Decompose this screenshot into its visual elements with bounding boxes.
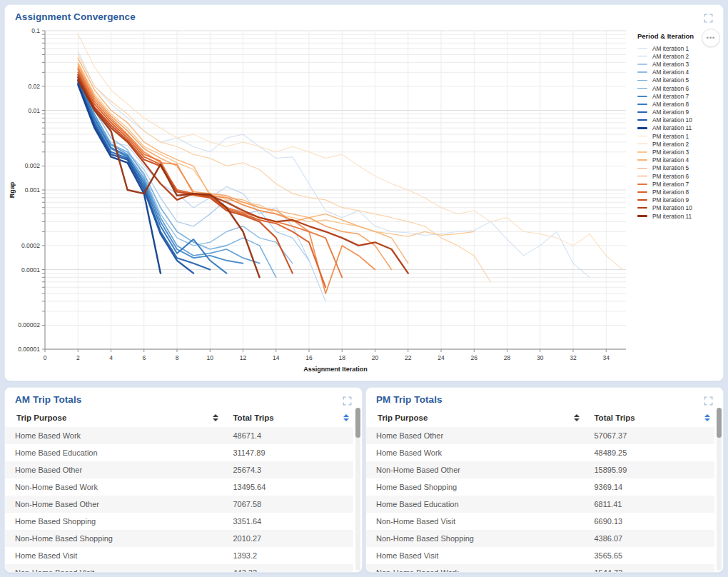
svg-text:30: 30 — [537, 354, 544, 361]
svg-text:0: 0 — [44, 354, 47, 361]
legend-item[interactable]: PM iteration 9 — [637, 196, 722, 204]
legend-label: PM iteration 3 — [652, 149, 689, 156]
total-trips-cell: 6690.13 — [585, 513, 714, 530]
legend-swatch — [637, 184, 647, 185]
total-trips-cell: 9369.14 — [585, 478, 714, 496]
table-row: Home Based Visit3565.65 — [366, 547, 714, 564]
total-trips-cell: 1544.72 — [585, 564, 714, 573]
trip-purpose-cell: Home Based Education — [5, 444, 224, 461]
legend-swatch — [637, 88, 647, 89]
scrollbar-thumb[interactable] — [355, 408, 360, 438]
expand-icon[interactable] — [704, 13, 714, 23]
chart-legend: Period & Iteration AM iteration 1AM iter… — [637, 32, 722, 220]
legend-swatch — [637, 215, 647, 216]
legend-item[interactable]: AM iteration 5 — [637, 76, 722, 84]
pm-trip-table: Trip Purpose Total Trips — [366, 408, 714, 573]
svg-text:0.0001: 0.0001 — [21, 266, 40, 274]
am-table-area: Trip Purpose Total Trips — [5, 408, 362, 572]
legend-item[interactable]: PM iteration 5 — [637, 164, 722, 172]
svg-text:26: 26 — [471, 354, 478, 361]
legend-item[interactable]: AM iteration 7 — [637, 92, 722, 100]
am-trip-totals-panel: AM Trip Totals Trip Purpose — [4, 387, 363, 573]
svg-text:8: 8 — [176, 354, 179, 361]
am-trip-table: Trip Purpose Total Trips — [5, 408, 353, 573]
trip-purpose-cell: Home Based Visit — [5, 547, 224, 564]
sort-icon[interactable] — [574, 414, 580, 421]
legend-label: AM iteration 3 — [652, 61, 689, 68]
convergence-chart[interactable]: 02468101214161820222426283032340.10.020.… — [5, 25, 632, 379]
convergence-panel: Assignment Convergence 02468101214161820… — [4, 4, 724, 381]
trip-purpose-cell: Non-Home Based Other — [5, 496, 224, 513]
sort-icon[interactable] — [213, 414, 218, 421]
total-trips-cell: 6811.41 — [585, 496, 714, 513]
column-header-trip-purpose[interactable]: Trip Purpose — [5, 408, 224, 427]
column-header-trip-purpose[interactable]: Trip Purpose — [366, 408, 585, 427]
total-trips-cell: 48671.4 — [224, 427, 353, 444]
legend-item[interactable]: AM iteration 6 — [637, 84, 722, 92]
legend-item[interactable]: AM iteration 11 — [637, 124, 722, 132]
total-trips-cell: 1393.2 — [224, 547, 353, 564]
table-row: Non-Home Based Shopping2010.27 — [5, 530, 353, 547]
expand-icon[interactable] — [704, 396, 714, 406]
panel-title: AM Trip Totals — [15, 394, 81, 405]
total-trips-cell: 57067.37 — [585, 427, 714, 444]
expand-icon[interactable] — [343, 396, 353, 406]
trip-purpose-cell: Home Based Work — [366, 444, 585, 461]
sort-icon-active[interactable] — [704, 414, 710, 421]
legend-label: AM iteration 4 — [652, 69, 689, 76]
fullscreen-icon — [704, 396, 713, 406]
column-header-total-trips[interactable]: Total Trips — [585, 408, 714, 427]
legend-item[interactable]: PM iteration 2 — [637, 140, 722, 148]
legend-item[interactable]: AM iteration 3 — [637, 60, 722, 68]
legend-label: PM iteration 6 — [652, 173, 689, 180]
legend-item[interactable]: AM iteration 10 — [637, 116, 722, 124]
total-trips-cell: 3565.65 — [585, 547, 714, 564]
legend-label: PM iteration 8 — [652, 189, 689, 196]
legend-item[interactable]: AM iteration 9 — [637, 109, 722, 116]
legend-item[interactable]: PM iteration 8 — [637, 188, 722, 196]
convergence-chart-area: 02468101214161820222426283032340.10.020.… — [5, 25, 723, 381]
legend-label: AM iteration 6 — [652, 85, 689, 92]
legend-item[interactable]: PM iteration 6 — [637, 172, 722, 180]
legend-item[interactable]: PM iteration 11 — [637, 212, 722, 220]
chart-menu-button[interactable]: ••• — [702, 29, 720, 47]
svg-text:34: 34 — [603, 354, 610, 361]
trip-purpose-cell: Non-Home Based Shopping — [366, 530, 585, 547]
svg-text:0.00001: 0.00001 — [18, 346, 40, 353]
trip-purpose-cell: Non-Home Based Other — [366, 461, 585, 478]
svg-text:10: 10 — [207, 354, 214, 361]
legend-item[interactable]: PM iteration 10 — [637, 204, 722, 212]
legend-swatch — [637, 56, 647, 56]
trip-purpose-cell: Home Based Other — [366, 427, 585, 444]
legend-item[interactable]: AM iteration 4 — [637, 69, 722, 76]
scrollbar-track[interactable] — [717, 408, 722, 571]
trip-purpose-cell: Home Based Shopping — [366, 478, 585, 496]
legend-swatch — [637, 144, 647, 144]
svg-text:6: 6 — [142, 354, 146, 361]
svg-text:12: 12 — [240, 354, 247, 361]
legend-item[interactable]: PM iteration 7 — [637, 180, 722, 188]
legend-label: AM iteration 2 — [652, 53, 689, 60]
scrollbar-track[interactable] — [355, 408, 360, 571]
legend-label: PM iteration 5 — [652, 164, 689, 171]
pm-trip-totals-panel: PM Trip Totals Trip Purpose — [365, 387, 724, 573]
legend-item[interactable]: PM iteration 1 — [637, 132, 722, 140]
trip-purpose-cell: Non-Home Based Work — [5, 478, 224, 496]
svg-text:0.02: 0.02 — [28, 83, 40, 90]
scrollbar-thumb[interactable] — [717, 408, 722, 438]
sort-icon-active[interactable] — [343, 414, 349, 421]
table-row: Non-Home Based Other15895.99 — [366, 461, 714, 478]
legend-item[interactable]: AM iteration 8 — [637, 100, 722, 108]
total-trips-cell: 48489.25 — [585, 444, 714, 461]
table-row: Home Based Work48671.4 — [5, 427, 353, 444]
legend-item[interactable]: PM iteration 4 — [637, 156, 722, 164]
legend-item[interactable]: PM iteration 3 — [637, 148, 722, 156]
column-header-total-trips[interactable]: Total Trips — [224, 408, 353, 427]
legend-swatch — [637, 104, 647, 105]
svg-text:28: 28 — [504, 354, 511, 361]
legend-swatch — [637, 64, 647, 64]
dashboard-page: Assignment Convergence 02468101214161820… — [0, 0, 728, 577]
table-row: Non-Home Based Other7067.58 — [5, 496, 353, 513]
legend-label: AM iteration 10 — [652, 116, 692, 124]
legend-item[interactable]: AM iteration 2 — [637, 52, 722, 60]
